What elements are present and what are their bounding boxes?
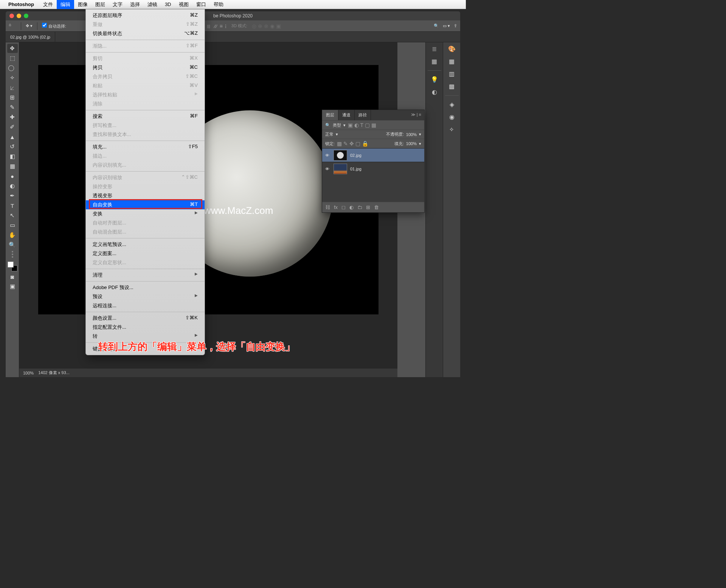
frame-tool[interactable]: ⊞ xyxy=(7,93,18,102)
workspace-icon[interactable]: ▭ ▾ xyxy=(443,23,450,28)
search-icon[interactable]: 🔍 xyxy=(434,23,439,28)
zoom-tool[interactable]: 🔍 xyxy=(7,240,18,249)
mask-icon[interactable]: ◐ xyxy=(432,88,437,96)
doc-info[interactable]: 1402 像素 x 93... xyxy=(38,370,70,376)
maximize-button[interactable] xyxy=(24,14,28,18)
app-name[interactable]: Photoshop xyxy=(8,2,34,7)
color-swatch[interactable] xyxy=(8,262,17,271)
menu-item[interactable]: 远程连接... xyxy=(86,301,205,310)
crop-tool[interactable]: ⟀ xyxy=(7,83,18,92)
menu-item[interactable]: 填充...⇧F5 xyxy=(86,142,205,152)
delete-icon[interactable]: 🗑 xyxy=(374,204,379,210)
dodge-tool[interactable]: ◐ xyxy=(7,181,18,190)
move-tool-icon[interactable]: ✥ ▾ xyxy=(26,23,33,28)
menu-item[interactable]: 拷贝⌘C xyxy=(86,63,205,72)
channels-icon[interactable]: ◉ xyxy=(449,113,455,121)
quick-select-tool[interactable]: ✧ xyxy=(7,73,18,82)
share-icon[interactable]: ⇪ xyxy=(454,23,457,28)
layers-icon[interactable]: ◈ xyxy=(450,101,454,108)
close-button[interactable] xyxy=(9,14,14,18)
pen-tool[interactable]: ✒ xyxy=(7,191,18,200)
menu-item[interactable]: 颜色设置...⇧⌘K xyxy=(86,314,205,323)
menu-item[interactable]: 清理 xyxy=(86,271,205,280)
minimize-button[interactable] xyxy=(17,14,21,18)
fx-icon[interactable]: fx xyxy=(334,204,338,210)
lasso-tool[interactable]: ⃝ xyxy=(7,63,18,73)
move-tool[interactable]: ✥ xyxy=(7,44,18,53)
visibility-icon[interactable]: 👁 xyxy=(325,153,330,158)
libraries-icon[interactable]: ▦ xyxy=(431,58,437,65)
history-brush-tool[interactable]: ↺ xyxy=(7,142,18,151)
mode-3d-icons[interactable]: ◎ ⊕ ⊗ ◉ ▣ xyxy=(252,23,281,29)
screen-mode-toggle[interactable]: ▣ xyxy=(7,282,18,291)
properties-icon[interactable]: ≣ xyxy=(432,45,437,53)
menu-help[interactable]: 帮助 xyxy=(210,0,227,9)
eraser-tool[interactable]: ◧ xyxy=(7,152,18,161)
menu-item[interactable]: Adobe PDF 预设... xyxy=(86,283,205,292)
menu-filter[interactable]: 滤镜 xyxy=(144,0,161,9)
layer-row[interactable]: 👁 02.jpg xyxy=(322,148,424,162)
heal-tool[interactable]: ✚ xyxy=(7,113,18,122)
menu-window[interactable]: 窗口 xyxy=(192,0,210,9)
menu-text[interactable]: 文字 xyxy=(109,0,126,9)
new-layer-icon[interactable]: ⊞ xyxy=(366,204,370,210)
menu-item[interactable]: 定义画笔预设... xyxy=(86,240,205,249)
home-icon[interactable]: ⌂ xyxy=(9,22,16,30)
adjust-icon[interactable]: ◐ xyxy=(349,204,354,210)
opacity-value[interactable]: 100% xyxy=(406,132,417,137)
menu-select[interactable]: 选择 xyxy=(126,0,144,9)
gradients-icon[interactable]: ▥ xyxy=(449,70,455,77)
blur-tool[interactable]: ● xyxy=(7,172,18,181)
tab-doc-1[interactable]: 02.jpg @ 100% (02.jp xyxy=(6,32,55,42)
brush-tool[interactable]: ✐ xyxy=(7,122,18,132)
layer-thumb[interactable] xyxy=(334,164,347,174)
blend-mode[interactable]: 正常 xyxy=(325,132,334,137)
quick-mask-toggle[interactable]: ◙ xyxy=(7,272,18,281)
gradient-tool[interactable]: ▦ xyxy=(7,162,18,171)
color-icon[interactable]: 🎨 xyxy=(448,45,456,53)
path-select-tool[interactable]: ↖ xyxy=(7,211,18,220)
menu-file[interactable]: 文件 xyxy=(39,0,57,9)
menu-item[interactable]: 指定配置文件... xyxy=(86,323,205,332)
patterns-icon[interactable]: ▩ xyxy=(449,83,455,90)
menu-item[interactable]: 变换 xyxy=(86,209,205,218)
menu-3d[interactable]: 3D xyxy=(161,0,175,8)
stamp-tool[interactable]: ▲ xyxy=(7,132,18,141)
hand-tool[interactable]: ✋ xyxy=(7,231,18,240)
swatches-icon[interactable]: ▦ xyxy=(449,58,455,65)
type-tool[interactable]: T xyxy=(7,201,18,210)
layer-thumb[interactable] xyxy=(334,150,347,161)
eyedropper-tool[interactable]: ✎ xyxy=(7,103,18,112)
layer-name[interactable]: 02.jpg xyxy=(350,153,361,158)
tab-paths[interactable]: 路径 xyxy=(355,110,371,120)
menu-edit[interactable]: 编辑 xyxy=(57,0,74,9)
menu-view[interactable]: 视图 xyxy=(175,0,192,9)
group-icon[interactable]: 🗀 xyxy=(357,204,362,210)
edit-toolbar-button[interactable] xyxy=(8,250,17,258)
paths-icon[interactable]: ⟡ xyxy=(450,126,454,133)
light-icon[interactable]: 💡 xyxy=(431,76,438,83)
panel-collapse-icon[interactable]: ≫ | ≡ xyxy=(408,110,424,120)
menu-item[interactable]: 还原图层顺序⌘Z xyxy=(86,11,205,20)
menu-item[interactable]: 搜索⌘F xyxy=(86,112,205,121)
tab-channels[interactable]: 通道 xyxy=(338,110,355,120)
shape-tool[interactable]: ▭ xyxy=(7,221,18,230)
menu-item[interactable]: 定义图案... xyxy=(86,249,205,258)
menu-item[interactable]: 预设 xyxy=(86,292,205,301)
menu-image[interactable]: 图像 xyxy=(74,0,92,9)
menu-item[interactable]: 切换最终状态⌥⌘Z xyxy=(86,29,205,38)
layer-name[interactable]: 01.jpg xyxy=(350,167,361,171)
zoom-level[interactable]: 100% xyxy=(23,371,34,375)
fill-value[interactable]: 100% xyxy=(406,141,417,146)
menu-layer[interactable]: 图层 xyxy=(92,0,109,9)
mask-add-icon[interactable]: ◻ xyxy=(341,204,346,210)
menu-item[interactable]: 透视变形 xyxy=(86,191,205,200)
menu-item[interactable]: 转 xyxy=(86,332,205,341)
visibility-icon[interactable]: 👁 xyxy=(325,167,330,171)
auto-select-check[interactable]: 自动选择: xyxy=(42,23,66,29)
marquee-tool[interactable]: ⬚ xyxy=(7,54,18,63)
link-icon[interactable]: ⛓ xyxy=(325,204,330,210)
menu-item[interactable]: 自由变换⌘T xyxy=(86,200,205,209)
layer-row[interactable]: 👁 01.jpg xyxy=(322,162,424,175)
tab-layers[interactable]: 图层 xyxy=(322,110,338,120)
